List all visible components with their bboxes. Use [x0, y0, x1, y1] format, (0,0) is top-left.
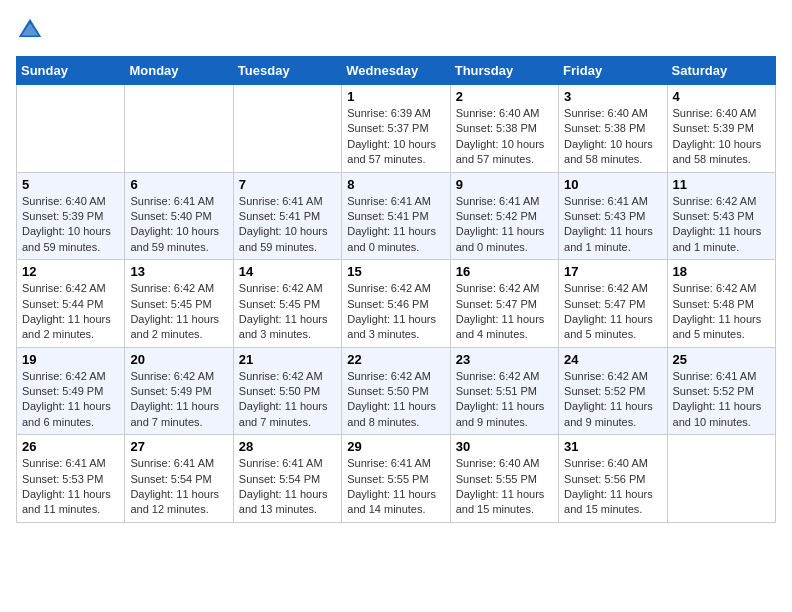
calendar-cell: 22Sunrise: 6:42 AM Sunset: 5:50 PM Dayli…: [342, 347, 450, 435]
day-number: 22: [347, 352, 444, 367]
calendar-cell: 7Sunrise: 6:41 AM Sunset: 5:41 PM Daylig…: [233, 172, 341, 260]
calendar-cell: 17Sunrise: 6:42 AM Sunset: 5:47 PM Dayli…: [559, 260, 667, 348]
calendar-cell: 11Sunrise: 6:42 AM Sunset: 5:43 PM Dayli…: [667, 172, 775, 260]
day-number: 3: [564, 89, 661, 104]
day-info: Sunrise: 6:42 AM Sunset: 5:48 PM Dayligh…: [673, 281, 770, 343]
day-number: 18: [673, 264, 770, 279]
calendar-cell: 9Sunrise: 6:41 AM Sunset: 5:42 PM Daylig…: [450, 172, 558, 260]
calendar-cell: 21Sunrise: 6:42 AM Sunset: 5:50 PM Dayli…: [233, 347, 341, 435]
logo: [16, 16, 48, 44]
calendar-cell: 28Sunrise: 6:41 AM Sunset: 5:54 PM Dayli…: [233, 435, 341, 523]
calendar-cell: 13Sunrise: 6:42 AM Sunset: 5:45 PM Dayli…: [125, 260, 233, 348]
week-row-5: 26Sunrise: 6:41 AM Sunset: 5:53 PM Dayli…: [17, 435, 776, 523]
day-info: Sunrise: 6:42 AM Sunset: 5:44 PM Dayligh…: [22, 281, 119, 343]
week-row-1: 1Sunrise: 6:39 AM Sunset: 5:37 PM Daylig…: [17, 85, 776, 173]
weekday-header-monday: Monday: [125, 57, 233, 85]
calendar-cell: 19Sunrise: 6:42 AM Sunset: 5:49 PM Dayli…: [17, 347, 125, 435]
calendar-cell: 15Sunrise: 6:42 AM Sunset: 5:46 PM Dayli…: [342, 260, 450, 348]
day-info: Sunrise: 6:40 AM Sunset: 5:55 PM Dayligh…: [456, 456, 553, 518]
day-number: 2: [456, 89, 553, 104]
calendar-cell: 2Sunrise: 6:40 AM Sunset: 5:38 PM Daylig…: [450, 85, 558, 173]
day-info: Sunrise: 6:42 AM Sunset: 5:49 PM Dayligh…: [22, 369, 119, 431]
weekday-header-row: SundayMondayTuesdayWednesdayThursdayFrid…: [17, 57, 776, 85]
week-row-2: 5Sunrise: 6:40 AM Sunset: 5:39 PM Daylig…: [17, 172, 776, 260]
day-info: Sunrise: 6:40 AM Sunset: 5:39 PM Dayligh…: [22, 194, 119, 256]
calendar-cell: 14Sunrise: 6:42 AM Sunset: 5:45 PM Dayli…: [233, 260, 341, 348]
day-info: Sunrise: 6:41 AM Sunset: 5:43 PM Dayligh…: [564, 194, 661, 256]
day-number: 24: [564, 352, 661, 367]
day-info: Sunrise: 6:42 AM Sunset: 5:46 PM Dayligh…: [347, 281, 444, 343]
calendar-cell: 31Sunrise: 6:40 AM Sunset: 5:56 PM Dayli…: [559, 435, 667, 523]
day-info: Sunrise: 6:41 AM Sunset: 5:52 PM Dayligh…: [673, 369, 770, 431]
day-info: Sunrise: 6:42 AM Sunset: 5:50 PM Dayligh…: [347, 369, 444, 431]
calendar: SundayMondayTuesdayWednesdayThursdayFrid…: [16, 56, 776, 523]
day-number: 9: [456, 177, 553, 192]
day-info: Sunrise: 6:42 AM Sunset: 5:50 PM Dayligh…: [239, 369, 336, 431]
day-number: 1: [347, 89, 444, 104]
weekday-header-thursday: Thursday: [450, 57, 558, 85]
day-number: 23: [456, 352, 553, 367]
day-number: 31: [564, 439, 661, 454]
day-number: 13: [130, 264, 227, 279]
calendar-cell: [17, 85, 125, 173]
calendar-cell: 10Sunrise: 6:41 AM Sunset: 5:43 PM Dayli…: [559, 172, 667, 260]
day-info: Sunrise: 6:41 AM Sunset: 5:42 PM Dayligh…: [456, 194, 553, 256]
day-number: 4: [673, 89, 770, 104]
day-number: 16: [456, 264, 553, 279]
day-info: Sunrise: 6:42 AM Sunset: 5:49 PM Dayligh…: [130, 369, 227, 431]
week-row-3: 12Sunrise: 6:42 AM Sunset: 5:44 PM Dayli…: [17, 260, 776, 348]
day-info: Sunrise: 6:42 AM Sunset: 5:45 PM Dayligh…: [130, 281, 227, 343]
day-number: 10: [564, 177, 661, 192]
weekday-header-wednesday: Wednesday: [342, 57, 450, 85]
day-number: 6: [130, 177, 227, 192]
calendar-cell: 26Sunrise: 6:41 AM Sunset: 5:53 PM Dayli…: [17, 435, 125, 523]
day-number: 27: [130, 439, 227, 454]
day-number: 26: [22, 439, 119, 454]
calendar-cell: 5Sunrise: 6:40 AM Sunset: 5:39 PM Daylig…: [17, 172, 125, 260]
logo-icon: [16, 16, 44, 44]
day-number: 20: [130, 352, 227, 367]
calendar-cell: [667, 435, 775, 523]
weekday-header-sunday: Sunday: [17, 57, 125, 85]
weekday-header-saturday: Saturday: [667, 57, 775, 85]
calendar-cell: 29Sunrise: 6:41 AM Sunset: 5:55 PM Dayli…: [342, 435, 450, 523]
day-number: 12: [22, 264, 119, 279]
day-info: Sunrise: 6:42 AM Sunset: 5:51 PM Dayligh…: [456, 369, 553, 431]
calendar-cell: 27Sunrise: 6:41 AM Sunset: 5:54 PM Dayli…: [125, 435, 233, 523]
day-info: Sunrise: 6:41 AM Sunset: 5:41 PM Dayligh…: [239, 194, 336, 256]
day-number: 21: [239, 352, 336, 367]
day-number: 30: [456, 439, 553, 454]
day-number: 15: [347, 264, 444, 279]
day-info: Sunrise: 6:40 AM Sunset: 5:38 PM Dayligh…: [456, 106, 553, 168]
week-row-4: 19Sunrise: 6:42 AM Sunset: 5:49 PM Dayli…: [17, 347, 776, 435]
day-info: Sunrise: 6:41 AM Sunset: 5:54 PM Dayligh…: [239, 456, 336, 518]
day-number: 19: [22, 352, 119, 367]
day-number: 8: [347, 177, 444, 192]
calendar-cell: 4Sunrise: 6:40 AM Sunset: 5:39 PM Daylig…: [667, 85, 775, 173]
day-number: 17: [564, 264, 661, 279]
day-info: Sunrise: 6:41 AM Sunset: 5:40 PM Dayligh…: [130, 194, 227, 256]
day-info: Sunrise: 6:41 AM Sunset: 5:54 PM Dayligh…: [130, 456, 227, 518]
day-number: 11: [673, 177, 770, 192]
page-header: [16, 16, 776, 44]
day-number: 7: [239, 177, 336, 192]
day-info: Sunrise: 6:41 AM Sunset: 5:55 PM Dayligh…: [347, 456, 444, 518]
day-number: 14: [239, 264, 336, 279]
calendar-cell: 12Sunrise: 6:42 AM Sunset: 5:44 PM Dayli…: [17, 260, 125, 348]
day-info: Sunrise: 6:42 AM Sunset: 5:45 PM Dayligh…: [239, 281, 336, 343]
day-number: 29: [347, 439, 444, 454]
day-info: Sunrise: 6:41 AM Sunset: 5:41 PM Dayligh…: [347, 194, 444, 256]
day-info: Sunrise: 6:42 AM Sunset: 5:43 PM Dayligh…: [673, 194, 770, 256]
weekday-header-friday: Friday: [559, 57, 667, 85]
calendar-cell: 1Sunrise: 6:39 AM Sunset: 5:37 PM Daylig…: [342, 85, 450, 173]
day-info: Sunrise: 6:41 AM Sunset: 5:53 PM Dayligh…: [22, 456, 119, 518]
calendar-cell: 25Sunrise: 6:41 AM Sunset: 5:52 PM Dayli…: [667, 347, 775, 435]
calendar-cell: 23Sunrise: 6:42 AM Sunset: 5:51 PM Dayli…: [450, 347, 558, 435]
day-info: Sunrise: 6:42 AM Sunset: 5:47 PM Dayligh…: [456, 281, 553, 343]
day-info: Sunrise: 6:42 AM Sunset: 5:47 PM Dayligh…: [564, 281, 661, 343]
day-info: Sunrise: 6:40 AM Sunset: 5:56 PM Dayligh…: [564, 456, 661, 518]
day-number: 25: [673, 352, 770, 367]
calendar-cell: [125, 85, 233, 173]
calendar-cell: 8Sunrise: 6:41 AM Sunset: 5:41 PM Daylig…: [342, 172, 450, 260]
calendar-cell: 24Sunrise: 6:42 AM Sunset: 5:52 PM Dayli…: [559, 347, 667, 435]
